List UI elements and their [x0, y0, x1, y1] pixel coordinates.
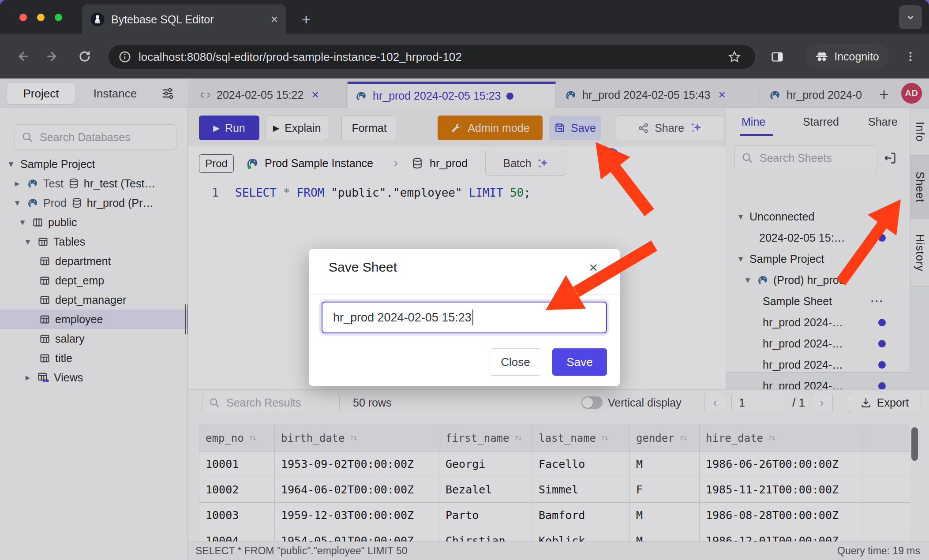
sheet-name-input[interactable]: hr_prod 2024-02-05 15:23: [322, 302, 607, 333]
back-arrow-icon: [15, 49, 30, 64]
dialog-close-button[interactable]: Close: [490, 348, 541, 376]
bookmark-button[interactable]: [723, 45, 745, 69]
chevron-down-icon: [905, 11, 916, 23]
site-info-icon[interactable]: [118, 50, 131, 63]
browser-chrome: Bytebase SQL Editor × + localhost:8080/s…: [0, 0, 929, 78]
traffic-light-zoom[interactable]: [55, 14, 62, 21]
reload-icon: [78, 49, 92, 63]
bytebase-favicon: [90, 12, 105, 27]
side-panel-button[interactable]: [766, 45, 789, 69]
traffic-light-minimize[interactable]: [37, 14, 45, 21]
sheet-name-value: hr_prod 2024-02-05 15:23: [333, 311, 472, 325]
dialog-close-icon[interactable]: ×: [589, 260, 598, 275]
new-browser-tab-button[interactable]: +: [296, 10, 316, 29]
traffic-light-close[interactable]: [19, 14, 27, 21]
incognito-icon: [815, 49, 829, 63]
incognito-badge: Incognito: [805, 44, 888, 69]
browser-menu-button[interactable]: [901, 46, 920, 67]
browser-tab-close-icon[interactable]: ×: [271, 12, 278, 26]
kebab-menu-icon: [904, 50, 917, 63]
browser-reload-button[interactable]: [74, 46, 95, 67]
url-text: localhost:8080/sql-editor/prod-sample-in…: [139, 50, 462, 64]
dialog-title: Save Sheet: [329, 260, 397, 275]
side-panel-icon: [770, 50, 784, 64]
dialog-save-button[interactable]: Save: [552, 348, 607, 376]
screen: Bytebase SQL Editor × + localhost:8080/s…: [0, 0, 929, 560]
browser-forward-button[interactable]: [42, 46, 64, 67]
tab-search-chevron-button[interactable]: [899, 5, 922, 29]
incognito-label: Incognito: [834, 50, 879, 63]
browser-tab-title: Bytebase SQL Editor: [111, 13, 265, 26]
forward-arrow-icon: [45, 49, 60, 64]
star-icon: [727, 50, 742, 64]
dial og-divider: [309, 294, 620, 295]
text-caret: [472, 310, 474, 325]
url-bar[interactable]: localhost:8080/sql-editor/prod-sample-in…: [109, 45, 755, 69]
save-sheet-dialog: Save Sheet × hr_prod 2024-02-05 15:23 Cl…: [309, 249, 620, 386]
browser-back-button[interactable]: [11, 46, 33, 67]
browser-tab[interactable]: Bytebase SQL Editor ×: [82, 4, 286, 34]
